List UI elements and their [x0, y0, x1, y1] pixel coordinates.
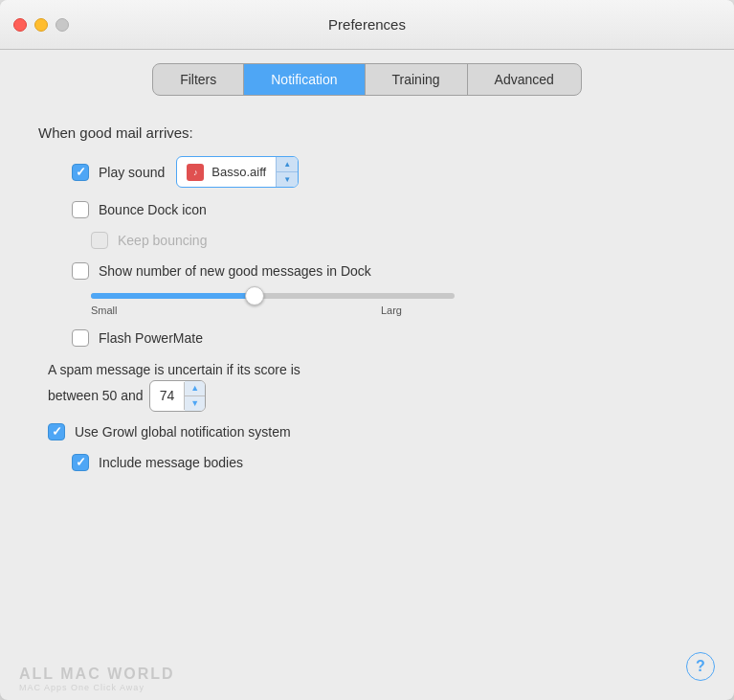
spam-text-line1: A spam message is uncertain if its score… — [48, 362, 300, 377]
show-number-row: Show number of new good messages in Dock — [38, 262, 696, 280]
use-growl-checkbox[interactable] — [48, 423, 65, 440]
stepper-arrows: ▲ ▼ — [185, 381, 205, 410]
slider-max-label: Larg — [381, 305, 402, 316]
flash-powermate-checkbox[interactable] — [72, 329, 89, 347]
bounce-dock-row: Bounce Dock icon — [38, 201, 696, 218]
tabs-bar: Filters Notification Training Advanced — [0, 50, 734, 105]
use-growl-label: Use Growl global notification system — [75, 424, 291, 440]
sound-down-button[interactable]: ▼ — [277, 172, 298, 187]
spam-score-stepper[interactable]: 74 ▲ ▼ — [149, 380, 207, 411]
tab-group: Filters Notification Training Advanced — [152, 63, 582, 96]
size-slider-track[interactable] — [91, 293, 455, 299]
show-number-label: Show number of new good messages in Dock — [99, 263, 371, 279]
include-bodies-checkbox[interactable] — [72, 454, 89, 471]
tab-training[interactable]: Training — [366, 64, 468, 95]
help-button[interactable]: ? — [686, 652, 715, 681]
size-slider-container — [38, 293, 696, 299]
show-number-checkbox[interactable] — [72, 262, 89, 280]
sound-selector[interactable]: ♪ Basso.aiff ▲ ▼ — [176, 156, 299, 188]
sound-select-inner: ♪ Basso.aiff — [177, 159, 276, 186]
minimize-button[interactable] — [34, 18, 48, 32]
close-button[interactable] — [13, 18, 27, 32]
slider-labels: Small Larg — [38, 305, 402, 316]
play-sound-row: Play sound ♪ Basso.aiff ▲ ▼ — [38, 156, 696, 188]
stepper-up-button[interactable]: ▲ — [185, 381, 205, 396]
spam-score-value: 74 — [150, 382, 186, 410]
spam-text-line2: between 50 and — [48, 386, 144, 406]
watermark-main-text: ALL MAC WORLD — [19, 666, 175, 683]
stepper-down-button[interactable]: ▼ — [185, 396, 205, 411]
keep-bouncing-checkbox[interactable] — [91, 232, 108, 249]
spam-section: A spam message is uncertain if its score… — [38, 360, 696, 470]
traffic-lights — [13, 18, 69, 32]
watermark: ALL MAC WORLD MAC Apps One Click Away — [19, 666, 175, 692]
bottom-area: ALL MAC WORLD MAC Apps One Click Away ? — [0, 643, 734, 700]
flash-powermate-label: Flash PowerMate — [99, 330, 203, 346]
include-bodies-label: Include message bodies — [99, 455, 243, 470]
sound-name: Basso.aiff — [211, 165, 266, 179]
play-sound-label: Play sound — [99, 165, 165, 180]
slider-min-label: Small — [91, 305, 118, 316]
bounce-dock-checkbox[interactable] — [72, 201, 89, 218]
keep-bouncing-label: Keep bouncing — [118, 233, 207, 248]
play-sound-checkbox[interactable] — [72, 164, 89, 181]
spam-text: A spam message is uncertain if its score… — [38, 360, 696, 411]
watermark-sub-text: MAC Apps One Click Away — [19, 683, 145, 692]
use-growl-row: Use Growl global notification system — [38, 423, 696, 440]
tab-notification[interactable]: Notification — [244, 64, 365, 95]
sound-stepper: ▲ ▼ — [276, 157, 298, 187]
spam-text-inline: between 50 and 74 ▲ ▼ — [48, 380, 211, 411]
sound-up-button[interactable]: ▲ — [277, 157, 298, 172]
preferences-window: Preferences Filters Notification Trainin… — [0, 0, 734, 700]
slider-thumb[interactable] — [245, 286, 264, 305]
bounce-dock-label: Bounce Dock icon — [99, 202, 207, 217]
main-content: When good mail arrives: Play sound ♪ Bas… — [0, 105, 734, 643]
flash-powermate-row: Flash PowerMate — [38, 329, 696, 347]
include-bodies-row: Include message bodies — [38, 454, 696, 471]
slider-fill — [91, 293, 255, 299]
tab-advanced[interactable]: Advanced — [468, 64, 581, 95]
sound-file-icon: ♪ — [187, 164, 204, 181]
section-header: When good mail arrives: — [38, 124, 696, 141]
tab-filters[interactable]: Filters — [153, 64, 244, 95]
keep-bouncing-row: Keep bouncing — [38, 232, 696, 249]
titlebar: Preferences — [0, 0, 734, 50]
maximize-button[interactable] — [56, 18, 69, 32]
window-title: Preferences — [328, 16, 406, 33]
